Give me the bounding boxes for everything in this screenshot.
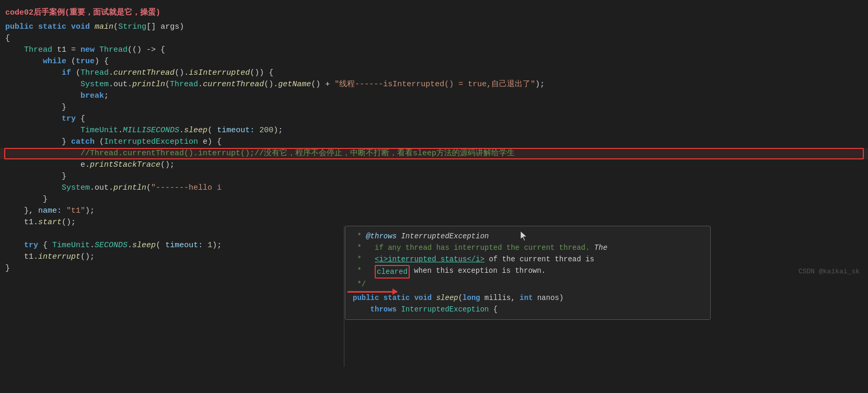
class-interrupted-exception2: InterruptedException — [401, 304, 489, 315]
code-line-11: } catch ( InterruptedException e) { — [0, 136, 868, 148]
class-system: System — [80, 79, 109, 90]
keyword-try: try — [62, 113, 76, 125]
param-timeout2: timeout: — [165, 240, 203, 251]
split-divider — [344, 226, 344, 367]
class-timeunit2: TimeUnit — [52, 240, 90, 251]
class-timeunit: TimeUnit — [80, 125, 118, 136]
javadoc-tooltip: * @throws InterruptedException * if any … — [345, 226, 711, 320]
keyword-break: break — [80, 90, 104, 102]
tooltip-code-line-1: public static void sleep ( long millis, … — [353, 292, 703, 304]
method-println1: println — [132, 79, 165, 90]
keyword-try2: try — [24, 240, 38, 251]
tooltip-line-4: * cleared when this exception is thrown. — [353, 265, 703, 279]
class-interrupted-exception: InterruptedException — [104, 136, 198, 148]
arrow-line — [348, 291, 397, 293]
keyword-public: public — [5, 21, 33, 33]
class-thread3: Thread — [80, 67, 109, 79]
method-interrupt: interrupt — [38, 251, 80, 263]
code-container: code02后手案例(重要，面试就是它，操蛋) public static vo… — [0, 0, 868, 280]
class-thread: Thread — [24, 44, 52, 56]
tooltip-code-line-2: throws InterruptedException { — [353, 304, 703, 315]
code-line-8: } — [0, 102, 868, 113]
keyword-new: new — [80, 44, 95, 56]
method-println2: println — [113, 182, 146, 194]
code-line-7: break ; — [0, 90, 868, 102]
method-sleep1: sleep — [184, 125, 207, 136]
method-isinterrupted: isInterrupted — [189, 67, 250, 79]
keyword-static: static — [38, 21, 66, 33]
method-main: main — [95, 21, 113, 33]
comment-thread-interrupt: //Thread.currentThread().interrupt();//没… — [5, 148, 515, 159]
keyword-catch: catch — [71, 136, 95, 148]
code-line-4: while ( true ) { — [0, 56, 868, 67]
tooltip-line-3: * <i>interrupted_status</i> of the curre… — [353, 253, 703, 265]
tooltip-method-sleep: sleep — [436, 292, 458, 304]
string-t1: "t1" — [66, 205, 85, 217]
timeunit-seconds: SECONDS — [95, 240, 128, 251]
class-thread2: Thread — [99, 44, 128, 56]
method-printstacktrace: printStackTrace — [90, 159, 160, 171]
code-line-17: }, name: "t1" ); — [0, 205, 868, 217]
method-currentthread2: currentThread — [203, 79, 264, 90]
code-line-1: public static void main ( String [] args… — [0, 21, 868, 33]
number-200: 200 — [259, 125, 273, 136]
keyword-if: if — [62, 67, 71, 79]
param-name: name: — [38, 205, 62, 217]
code-line-9: try { — [0, 113, 868, 125]
number-1: 1 — [207, 240, 212, 251]
code-line-3: Thread t1 = new Thread (() -> { — [0, 44, 868, 56]
tooltip-line-1: * @throws InterruptedException — [353, 230, 703, 242]
method-currentthread: currentThread — [113, 67, 175, 79]
class-string: String — [118, 21, 146, 33]
method-getname: getName — [278, 79, 311, 90]
csdn-watermark: CSDN @kaikai_sk — [798, 268, 860, 275]
code-line-2: { — [0, 33, 868, 44]
class-system2: System — [62, 182, 90, 194]
tooltip-interrupted-status: <i>interrupted_status</i> — [375, 253, 484, 265]
method-sleep2: sleep — [132, 240, 156, 251]
code-line-5: if ( Thread . currentThread (). isInterr… — [0, 67, 868, 79]
code-line-15: System .out. println ( "-------hello i — [0, 182, 868, 194]
tooltip-cleared-word: cleared — [375, 265, 410, 279]
method-start: start — [38, 217, 62, 228]
code-line-16: } — [0, 194, 868, 205]
tooltip-line-5: */ — [353, 279, 703, 290]
code-line-6: System .out. println ( Thread . currentT… — [0, 79, 868, 90]
class-thread4: Thread — [170, 79, 198, 90]
string-hello: "-------hello i — [151, 182, 222, 194]
tooltip-line-2: * if any thread has interrupted the curr… — [353, 242, 703, 253]
code-line-13: e. printStackTrace (); — [0, 159, 868, 171]
tooltip-code-section: public static void sleep ( long millis, … — [353, 292, 703, 315]
page-title: code02后手案例(重要，面试就是它，操蛋) — [0, 5, 868, 21]
keyword-true: true — [76, 56, 95, 67]
code-line-10: TimeUnit . MILLISECONDS . sleep ( timeou… — [0, 125, 868, 136]
keyword-while: while — [43, 56, 66, 67]
code-line-12-redbox: //Thread.currentThread().interrupt();//没… — [0, 148, 868, 159]
string-interrupted: "线程------isInterrupted() = true,自己退出了" — [334, 79, 535, 90]
code-line-14: } — [0, 171, 868, 182]
timeunit-milliseconds: MILLISECONDS — [123, 125, 179, 136]
keyword-void: void — [71, 21, 90, 33]
param-timeout1: timeout: — [217, 125, 254, 136]
arrow-annotation — [348, 291, 397, 293]
